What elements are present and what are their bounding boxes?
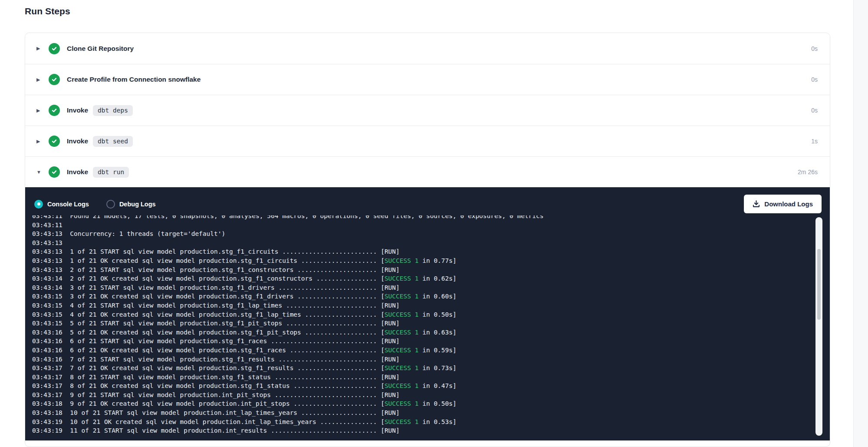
log-timestamp: 03:43:13 [32,230,70,237]
step-row-2[interactable]: ▶ Create Profile from Connection snowfla… [25,64,830,95]
log-line: 03:43:14 3 of 21 START sql view model pr… [32,283,811,292]
log-success-status: SUCCESS 1 [385,382,419,389]
step-command-chip: dbt seed [93,136,133,147]
log-timestamp: 03:43:16 [32,356,70,363]
log-text: 10 of 21 START sql view model production… [70,409,400,416]
log-timestamp: 03:43:18 [32,400,70,407]
log-line: 03:43:15 4 of 21 START sql view model pr… [32,301,811,310]
chevron-icon[interactable]: ▶ [36,77,44,82]
log-line: 03:43:14 2 of 21 OK created sql view mod… [32,274,811,283]
log-line: 03:43:18 10 of 21 START sql view model p… [32,408,811,417]
log-success-status: SUCCESS 1 [385,364,419,371]
log-timestamp: 03:43:11 [32,222,62,228]
run-steps-card: ▶ Clone Git Repository 0s ▶ Create Profi… [25,33,830,447]
page-right-gutter [853,0,868,447]
log-timestamp: 03:43:19 [32,427,70,434]
log-scrollbar[interactable] [815,217,822,436]
step-row-4[interactable]: ▶ Invoke dbt seed 1s [25,126,830,156]
log-success-status: SUCCESS 1 [385,275,419,282]
log-timestamp: 03:43:17 [32,382,70,389]
log-timestamp: 03:43:13 [32,257,70,264]
success-check-icon [49,136,60,147]
step-duration: 0s [811,45,818,52]
success-check-icon [49,166,60,178]
log-success-status: SUCCESS 1 [385,257,419,264]
log-line: 03:43:16 6 of 21 OK created sql view mod… [32,346,811,355]
radio-dot [37,202,40,205]
log-text: 9 of 21 OK created sql view model produc… [70,400,385,407]
log-text: 2 of 21 START sql view model production.… [70,266,400,273]
log-timestamp: 03:43:15 [32,293,70,300]
download-logs-label: Download Logs [764,200,813,208]
log-text: in 0.63s] [418,329,456,336]
log-text: Found 21 models, 17 tests, 0 snapshots, … [70,215,543,219]
success-check-icon [49,105,60,116]
console-logs-radio[interactable]: Console Logs [34,200,89,209]
log-timestamp: 03:43:13 [32,248,70,255]
log-text: 11 of 21 START sql view model production… [70,427,400,434]
download-logs-button[interactable]: Download Logs [744,195,822,213]
log-line: 03:43:13 1 of 21 OK created sql view mod… [32,256,811,265]
log-text: 1 of 21 OK created sql view model produc… [70,257,385,264]
debug-logs-radio[interactable]: Debug Logs [106,200,156,209]
step-label: Invoke [67,137,88,145]
log-timestamp: 03:43:13 [32,239,62,246]
log-text: in 0.50s] [418,311,456,318]
log-line: 03:43:15 3 of 21 OK created sql view mod… [32,292,811,301]
log-timestamp: 03:43:15 [32,320,70,327]
console-log-output[interactable]: 03:43:11 Found 21 models, 17 tests, 0 sn… [25,215,811,440]
log-text: 4 of 21 OK created sql view model produc… [70,311,385,318]
chevron-icon[interactable]: ▼ [36,170,44,175]
log-scrollbar-thumb[interactable] [817,249,821,320]
log-text: 5 of 21 START sql view model production.… [70,320,400,327]
log-text: 7 of 21 START sql view model production.… [70,356,400,363]
log-timestamp: 03:43:14 [32,275,70,282]
step-duration: 0s [811,107,818,114]
log-text: 6 of 21 OK created sql view model produc… [70,347,385,354]
log-timestamp: 03:43:16 [32,329,70,336]
step-duration: 0s [811,76,818,83]
chevron-icon[interactable]: ▶ [36,108,44,113]
log-text: 5 of 21 OK created sql view model produc… [70,329,385,336]
log-text: 8 of 21 OK created sql view model produc… [70,382,385,389]
log-line: 03:43:13 2 of 21 START sql view model pr… [32,265,811,275]
step-row-1[interactable]: ▶ Clone Git Repository 0s [25,33,830,64]
log-controls: Console Logs Debug Logs Download Logs [25,187,830,215]
log-timestamp: 03:43:17 [32,374,70,381]
step-row-5[interactable]: ▼ Invoke dbt run 2m 26s [25,156,830,187]
log-line: 03:43:16 5 of 21 OK created sql view mod… [32,328,811,337]
steps-list: ▶ Clone Git Repository 0s ▶ Create Profi… [25,33,830,187]
log-line: 03:43:19 11 of 21 START sql view model p… [32,426,811,435]
log-success-status: SUCCESS 1 [385,418,419,425]
log-text: in 0.47s] [418,382,456,389]
log-timestamp: 03:43:16 [32,347,70,354]
radio-unselected-icon[interactable] [106,200,115,209]
log-text: in 0.50s] [418,400,456,407]
log-text: 8 of 21 START sql view model production.… [70,374,400,381]
log-line: 03:43:17 9 of 21 START sql view model pr… [32,391,811,400]
log-timestamp: 03:43:18 [32,409,70,416]
log-text: in 0.77s] [418,257,456,264]
log-text: 7 of 21 OK created sql view model produc… [70,364,385,371]
log-line: 03:43:13 1 of 21 START sql view model pr… [32,247,811,256]
log-timestamp: 03:43:15 [32,311,70,318]
log-text: in 0.53s] [418,418,456,425]
log-text: in 0.60s] [418,293,456,300]
log-text: 9 of 21 START sql view model production.… [70,391,400,398]
log-text: in 0.73s] [418,364,456,371]
log-success-status: SUCCESS 1 [385,400,419,407]
step-command-chip: dbt deps [93,105,133,116]
chevron-icon[interactable]: ▶ [36,139,44,144]
log-success-status: SUCCESS 1 [385,347,419,354]
log-text: in 0.62s] [418,275,456,282]
log-text: in 0.59s] [418,347,456,354]
success-check-icon [49,43,60,54]
log-line: 03:43:17 8 of 21 START sql view model pr… [32,373,811,382]
step-command-chip: dbt run [93,167,129,178]
step-label: Clone Git Repository [67,45,134,53]
success-check-icon [49,74,60,85]
step-row-3[interactable]: ▶ Invoke dbt deps 0s [25,95,830,126]
chevron-icon[interactable]: ▶ [36,46,44,51]
radio-selected-icon[interactable] [34,200,43,209]
log-line: 03:43:16 6 of 21 START sql view model pr… [32,337,811,346]
